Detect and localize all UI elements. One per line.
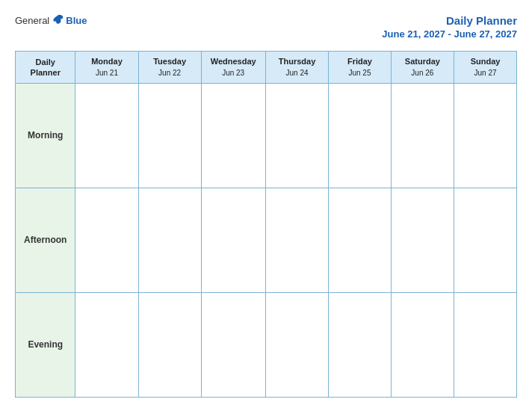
evening-friday-cell[interactable] [329, 292, 391, 397]
evening-row: Evening [16, 292, 517, 397]
logo-blue-text: Blue [66, 15, 87, 26]
morning-monday-cell[interactable] [75, 83, 138, 188]
monday-date: Jun 21 [77, 68, 136, 78]
friday-name: Friday [330, 56, 389, 67]
wednesday-date: Jun 23 [203, 68, 264, 78]
afternoon-label: Afternoon [16, 188, 75, 292]
col-header-friday: Friday Jun 25 [329, 52, 391, 83]
col-header-sunday: Sunday Jun 27 [454, 52, 517, 83]
title-area: Daily Planner June 21, 2027 - June 27, 2… [382, 13, 517, 40]
sunday-date: Jun 27 [456, 68, 515, 78]
col-header-daily-planner: DailyPlanner [16, 52, 75, 83]
evening-label: Evening [16, 292, 75, 397]
calendar-table: DailyPlanner Monday Jun 21 Tuesday Jun 2… [15, 51, 517, 398]
evening-thursday-cell[interactable] [265, 292, 329, 397]
logo-area: General Blue [15, 13, 87, 27]
planner-title: Daily Planner [382, 13, 517, 28]
afternoon-saturday-cell[interactable] [391, 188, 454, 292]
saturday-date: Jun 26 [393, 68, 453, 78]
header-row: DailyPlanner Monday Jun 21 Tuesday Jun 2… [16, 52, 517, 83]
page: General Blue Daily Planner June 21, 2027… [0, 0, 532, 411]
wednesday-name: Wednesday [203, 56, 264, 67]
afternoon-row: Afternoon [16, 188, 517, 292]
col-header-wednesday: Wednesday Jun 23 [201, 52, 265, 83]
sunday-name: Sunday [456, 56, 515, 67]
logo-general-text: General [15, 15, 49, 26]
afternoon-wednesday-cell[interactable] [201, 188, 265, 292]
morning-label: Morning [16, 83, 75, 188]
evening-tuesday-cell[interactable] [138, 292, 201, 397]
afternoon-thursday-cell[interactable] [265, 188, 329, 292]
afternoon-friday-cell[interactable] [329, 188, 391, 292]
monday-name: Monday [77, 56, 136, 67]
tuesday-date: Jun 22 [140, 68, 200, 78]
col-header-saturday: Saturday Jun 26 [391, 52, 454, 83]
morning-thursday-cell[interactable] [265, 83, 329, 188]
afternoon-sunday-cell[interactable] [454, 188, 517, 292]
header: General Blue Daily Planner June 21, 2027… [15, 13, 517, 40]
daily-planner-col-label: DailyPlanner [17, 57, 73, 78]
morning-tuesday-cell[interactable] [138, 83, 201, 188]
tuesday-name: Tuesday [140, 56, 200, 67]
friday-date: Jun 25 [330, 68, 389, 78]
logo-text: General Blue [15, 13, 87, 27]
col-header-monday: Monday Jun 21 [75, 52, 138, 83]
morning-saturday-cell[interactable] [391, 83, 454, 188]
logo-bird-icon [51, 13, 64, 27]
evening-saturday-cell[interactable] [391, 292, 454, 397]
morning-sunday-cell[interactable] [454, 83, 517, 188]
thursday-name: Thursday [267, 56, 327, 67]
saturday-name: Saturday [393, 56, 453, 67]
evening-wednesday-cell[interactable] [201, 292, 265, 397]
col-header-thursday: Thursday Jun 24 [265, 52, 329, 83]
thursday-date: Jun 24 [267, 68, 327, 78]
afternoon-monday-cell[interactable] [75, 188, 138, 292]
evening-monday-cell[interactable] [75, 292, 138, 397]
col-header-tuesday: Tuesday Jun 22 [138, 52, 201, 83]
morning-wednesday-cell[interactable] [201, 83, 265, 188]
evening-sunday-cell[interactable] [454, 292, 517, 397]
morning-row: Morning [16, 83, 517, 188]
morning-friday-cell[interactable] [329, 83, 391, 188]
planner-subtitle: June 21, 2027 - June 27, 2027 [382, 28, 517, 41]
afternoon-tuesday-cell[interactable] [138, 188, 201, 292]
